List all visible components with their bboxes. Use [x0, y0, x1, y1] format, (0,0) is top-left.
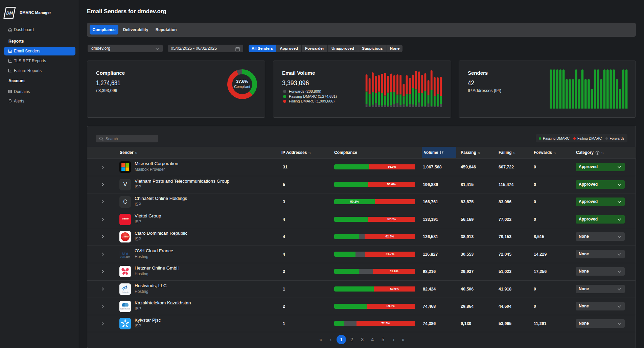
svg-text:DM: DM: [6, 11, 13, 16]
svg-text:KAZAKHTELEKOM: KAZAKHTELEKOM: [120, 308, 130, 309]
svg-text:Compliant: Compliant: [234, 85, 250, 89]
svg-text:37.6%: 37.6%: [236, 79, 248, 84]
svg-text:Hostwinds: Hostwinds: [122, 291, 128, 293]
svg-text:OVH.com: OVH.com: [120, 255, 130, 258]
